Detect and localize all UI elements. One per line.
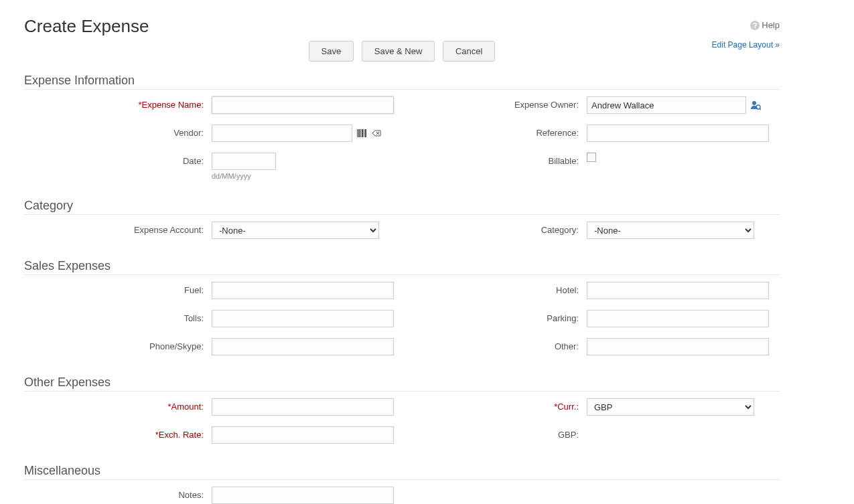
- phone-skype-input[interactable]: [212, 338, 394, 355]
- section-category: Category: [24, 199, 780, 215]
- svg-rect-5: [365, 129, 366, 137]
- billable-checkbox[interactable]: [587, 153, 596, 162]
- svg-rect-1: [358, 129, 360, 137]
- edit-page-layout-link[interactable]: Edit Page Layout »: [712, 40, 780, 50]
- other-input[interactable]: [587, 338, 769, 355]
- other-label: Other:: [399, 338, 587, 351]
- tolls-input[interactable]: [212, 310, 394, 327]
- expense-account-label: Expense Account:: [24, 222, 212, 235]
- expense-account-select[interactable]: -None-: [212, 222, 379, 239]
- help-link[interactable]: ? Help: [750, 20, 780, 30]
- section-expense-information: Expense Information: [24, 74, 780, 90]
- exch-rate-label: *Exch. Rate:: [24, 426, 212, 440]
- category-select[interactable]: -None-: [587, 222, 754, 239]
- page-title: Create Expense: [24, 16, 780, 37]
- cancel-button[interactable]: Cancel: [443, 41, 495, 62]
- hotel-label: Hotel:: [399, 282, 587, 295]
- page-header: Create Expense ? Help Edit Page Layout »: [24, 16, 780, 37]
- date-label: Date:: [24, 153, 212, 166]
- save-button[interactable]: Save: [309, 41, 354, 62]
- help-icon: ?: [750, 21, 760, 30]
- date-hint: dd/MM/yyyy: [212, 172, 251, 180]
- parking-input[interactable]: [587, 310, 769, 327]
- expense-name-input[interactable]: [212, 96, 394, 114]
- phone-skype-label: Phone/Skype:: [24, 338, 212, 351]
- reference-label: Reference:: [399, 124, 587, 138]
- action-buttons: Save Save & New Cancel: [24, 41, 780, 62]
- fuel-input[interactable]: [212, 282, 394, 299]
- section-miscellaneous: Miscellaneous: [24, 464, 780, 480]
- billable-label: Billable:: [399, 153, 587, 166]
- help-label: Help: [762, 20, 780, 30]
- clear-icon[interactable]: [371, 128, 382, 139]
- exch-rate-input[interactable]: [212, 426, 394, 444]
- gbp-label: GBP:: [399, 426, 587, 440]
- create-expense-page: Create Expense ? Help Edit Page Layout »…: [0, 0, 804, 504]
- date-input[interactable]: [212, 153, 276, 170]
- expense-owner-label: Expense Owner:: [399, 96, 587, 110]
- section-sales-expenses: Sales Expenses: [24, 259, 780, 275]
- category-label: Category:: [399, 222, 587, 235]
- currency-label: *Curr.:: [399, 398, 587, 412]
- parking-label: Parking:: [399, 310, 587, 323]
- vendor-input[interactable]: [212, 124, 352, 142]
- save-and-new-button[interactable]: Save & New: [362, 41, 435, 62]
- amount-label: *Amount:: [24, 398, 212, 412]
- vendor-label: Vendor:: [24, 124, 212, 138]
- hotel-input[interactable]: [587, 282, 769, 299]
- fuel-label: Fuel:: [24, 282, 212, 295]
- expense-name-label: *Expense Name:: [24, 96, 212, 110]
- section-other-expenses: Other Expenses: [24, 375, 780, 392]
- svg-rect-2: [360, 129, 361, 137]
- svg-line-10: [760, 108, 761, 110]
- user-lookup-icon[interactable]: [750, 100, 761, 110]
- barcode-icon[interactable]: [356, 128, 367, 139]
- notes-input[interactable]: [212, 487, 394, 504]
- expense-owner-input[interactable]: [587, 96, 746, 114]
- svg-rect-4: [364, 129, 364, 137]
- reference-input[interactable]: [587, 124, 769, 142]
- svg-rect-3: [362, 129, 363, 137]
- svg-point-8: [752, 101, 756, 105]
- svg-rect-0: [357, 129, 358, 137]
- currency-select[interactable]: GBP: [587, 398, 754, 416]
- amount-input[interactable]: [212, 398, 394, 416]
- notes-label: Notes:: [24, 487, 212, 500]
- tolls-label: Tolls:: [24, 310, 212, 323]
